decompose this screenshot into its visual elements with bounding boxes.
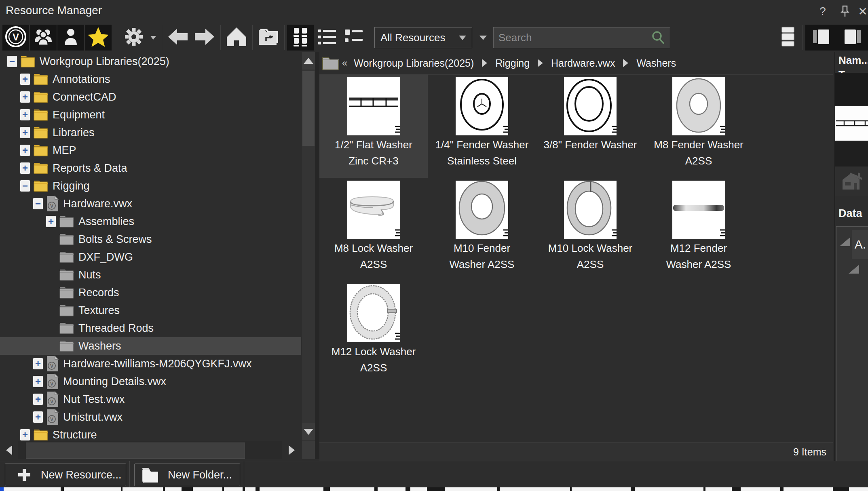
breadcrumb-item[interactable]: Rigging bbox=[495, 57, 530, 69]
new-resource-button[interactable]: New Resource... bbox=[5, 464, 126, 486]
expand-expander-icon[interactable]: + bbox=[20, 127, 30, 138]
pin-icon[interactable] bbox=[836, 3, 854, 19]
expand-expander-icon[interactable]: + bbox=[33, 358, 43, 369]
tree-item-mounting-details-vwx[interactable]: +VMounting Details.vwx bbox=[0, 373, 301, 390]
expand-expander-icon[interactable]: + bbox=[46, 216, 56, 227]
arrow-down-icon bbox=[304, 429, 313, 435]
resource-item-m10-lock-washer-a2ss[interactable]: M10 Lock WasherA2SS bbox=[536, 178, 644, 281]
tree-item-hardware-vwx[interactable]: −VHardware.vwx bbox=[0, 195, 301, 213]
tree-horizontal-scrollbar[interactable] bbox=[0, 441, 301, 459]
tree-item-label: Textures bbox=[78, 304, 120, 317]
tree-item-annotations[interactable]: +Annotations bbox=[0, 70, 301, 88]
tree-item-connectcad[interactable]: +ConnectCAD bbox=[0, 88, 301, 106]
tree-item-libraries[interactable]: +Libraries bbox=[0, 124, 301, 141]
tree-item-washers[interactable]: Washers bbox=[0, 337, 301, 355]
tree-item-assemblies[interactable]: +Assemblies bbox=[0, 213, 301, 230]
folder-yellow-icon bbox=[20, 55, 36, 68]
back-button[interactable] bbox=[165, 25, 191, 51]
tree-item-structure[interactable]: +Structure bbox=[0, 426, 301, 440]
tree-item-label: Reports & Data bbox=[53, 162, 127, 175]
tree-item-nut-test-vwx[interactable]: +VNut Test.vwx bbox=[0, 390, 301, 408]
breadcrumb-collapse[interactable]: « bbox=[342, 57, 347, 69]
resource-item-m10-fender-washer-a2ss[interactable]: M10 FenderWasher A2SS bbox=[428, 178, 536, 281]
list-view-button[interactable] bbox=[314, 25, 340, 51]
tree-vertical-scrollbar[interactable] bbox=[302, 52, 315, 440]
vectorworks-libraries-button[interactable]: V bbox=[2, 25, 29, 51]
home-button[interactable] bbox=[223, 25, 250, 51]
folder-gray-icon bbox=[59, 286, 74, 299]
favorites-button[interactable] bbox=[85, 25, 112, 51]
resource-item-m12-lock-washer-a2ss[interactable]: M12 Lock WasherA2SS bbox=[319, 281, 428, 385]
collapse-expander-icon[interactable]: − bbox=[33, 198, 43, 209]
collapse-expander-icon[interactable]: − bbox=[20, 180, 30, 192]
data-tab[interactable]: A. bbox=[852, 230, 868, 259]
scroll-down-button[interactable] bbox=[302, 423, 315, 440]
home-icon bbox=[226, 27, 247, 48]
expand-expander-icon[interactable]: + bbox=[20, 74, 30, 85]
home-thumbnail[interactable] bbox=[835, 166, 868, 196]
scroll-right-button[interactable] bbox=[282, 441, 301, 459]
scrollbar-corner bbox=[302, 441, 315, 459]
status-bar: 9 Items bbox=[319, 442, 833, 461]
resource-item-1-2-flat-washer-zinc-cr-3[interactable]: 1/2" Flat WasherZinc CR+3 bbox=[319, 74, 428, 178]
breadcrumb-item[interactable]: Hardware.vwx bbox=[551, 57, 615, 69]
resource-item-m8-fender-washer-a2ss[interactable]: M8 Fender WasherA2SS bbox=[644, 74, 753, 178]
left-panel-toggle-button[interactable] bbox=[805, 25, 837, 51]
breadcrumb-item[interactable]: Workgroup Libraries(2025) bbox=[354, 57, 474, 69]
user-libraries-button[interactable] bbox=[57, 25, 84, 51]
settings-button[interactable] bbox=[120, 25, 147, 51]
resource-item-m12-fender-washer-a2ss[interactable]: M12 FenderWasher A2SS bbox=[644, 178, 753, 281]
resource-thumbnail bbox=[672, 77, 725, 135]
right-panel-toggle-button[interactable] bbox=[837, 25, 868, 51]
folder-gray-icon bbox=[59, 233, 74, 246]
expand-expander-icon[interactable]: + bbox=[20, 429, 30, 440]
panel-divider[interactable] bbox=[315, 52, 319, 459]
scroll-left-button[interactable] bbox=[0, 441, 18, 459]
new-folder-button[interactable]: New Folder... bbox=[134, 464, 240, 486]
search-icon[interactable] bbox=[650, 30, 666, 45]
breadcrumb-item[interactable]: Washers bbox=[636, 57, 676, 69]
forward-button[interactable] bbox=[191, 25, 218, 51]
tree-item-hardware-twilliams-m206qygkfj-vwx[interactable]: +VHardware-twilliams-M206QYGKFJ.vwx bbox=[0, 355, 301, 373]
filter-dropdown-button[interactable] bbox=[475, 27, 491, 48]
close-icon[interactable]: ✕ bbox=[854, 3, 868, 19]
scroll-up-button[interactable] bbox=[302, 52, 315, 70]
tree-item-threaded-rods[interactable]: Threaded Rods bbox=[0, 319, 301, 337]
tree-item-nuts[interactable]: Nuts bbox=[0, 266, 301, 284]
tree-item-equipment[interactable]: +Equipment bbox=[0, 106, 301, 124]
resource-item-1-4-fender-washer-stainless-steel[interactable]: 1/4" Fender WasherStainless Steel bbox=[428, 74, 536, 178]
expand-expander-icon[interactable]: + bbox=[20, 162, 30, 174]
tree-item-unistrut-vwx[interactable]: +VUnistrut.vwx bbox=[0, 408, 301, 426]
resource-filter-select[interactable]: All Resources bbox=[374, 27, 472, 48]
resource-item-3-8-fender-washer[interactable]: 3/8" Fender Washer bbox=[536, 74, 644, 178]
tree-item-workgroup-libraries-2025-[interactable]: −Workgroup Libraries(2025) bbox=[0, 53, 301, 70]
tree-item-mep[interactable]: +MEP bbox=[0, 141, 301, 159]
tree-item-dxf-dwg[interactable]: DXF_DWG bbox=[0, 248, 301, 266]
detail-view-button[interactable] bbox=[340, 25, 367, 51]
tree-item-rigging[interactable]: −Rigging bbox=[0, 177, 301, 195]
thumbnail-view-button[interactable] bbox=[287, 25, 314, 51]
settings-dropdown-button[interactable] bbox=[147, 25, 159, 51]
tree-item-records[interactable]: Records bbox=[0, 284, 301, 301]
folder-up-button[interactable] bbox=[255, 25, 282, 51]
resource-item-m8-lock-washer-a2ss[interactable]: M8 Lock WasherA2SS bbox=[319, 178, 428, 281]
workgroup-libraries-button[interactable] bbox=[30, 25, 57, 51]
resource-filter-value: All Resources bbox=[380, 32, 445, 44]
tree-item-bolts-screws[interactable]: Bolts & Screws bbox=[0, 230, 301, 248]
expand-expander-icon[interactable]: + bbox=[33, 411, 43, 423]
expand-expander-icon[interactable]: + bbox=[20, 91, 30, 103]
tree-item-reports-data[interactable]: +Reports & Data bbox=[0, 159, 301, 177]
expand-expander-icon[interactable]: + bbox=[20, 145, 30, 156]
search-input[interactable] bbox=[494, 32, 650, 44]
expand-expander-icon[interactable]: + bbox=[20, 109, 30, 120]
tree-item-textures[interactable]: Textures bbox=[0, 301, 301, 319]
folder-gray-icon bbox=[59, 268, 74, 281]
stacked-rows-button[interactable] bbox=[776, 25, 800, 51]
help-icon[interactable]: ? bbox=[814, 3, 832, 19]
expand-expander-icon[interactable]: + bbox=[33, 376, 43, 387]
expand-expander-icon[interactable]: + bbox=[33, 394, 43, 405]
collapse-expander-icon[interactable]: − bbox=[7, 56, 17, 67]
resource-thumbnail bbox=[672, 181, 725, 239]
vertical-scroll-thumb[interactable] bbox=[302, 71, 315, 146]
horizontal-scroll-thumb[interactable] bbox=[26, 443, 245, 459]
